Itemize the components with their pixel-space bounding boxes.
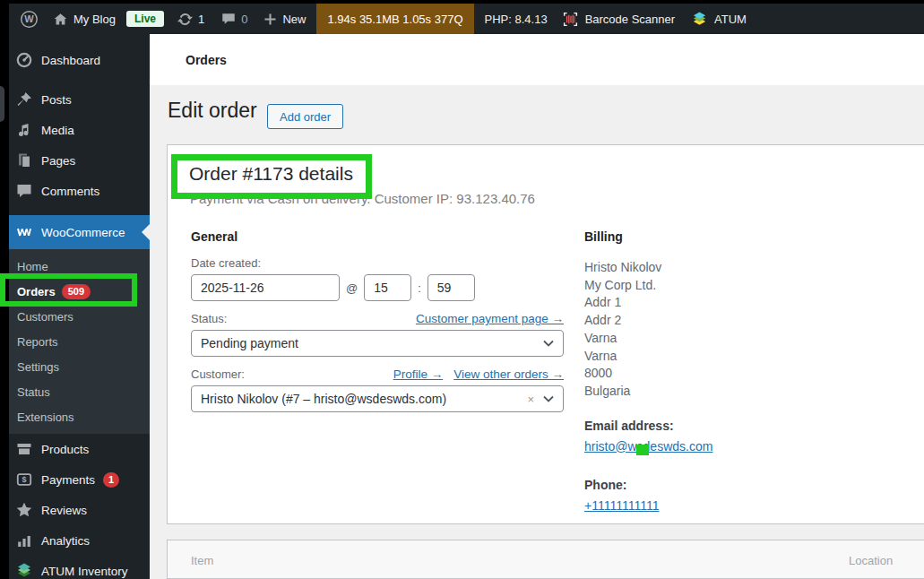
hour-input[interactable] (364, 274, 411, 301)
comment-bubble-icon (15, 182, 33, 200)
at-symbol: @ (340, 281, 364, 295)
annotation-box-order-title (171, 154, 372, 199)
phone-label: Phone: (584, 478, 862, 492)
view-other-orders-link[interactable]: View other orders → (453, 367, 564, 381)
date-created-input[interactable] (191, 274, 340, 301)
breadcrumb[interactable]: Orders (186, 53, 227, 67)
pushpin-icon (15, 91, 33, 108)
sidebar-subitem-extensions[interactable]: Extensions (9, 404, 150, 429)
bar-chart-icon (15, 531, 33, 549)
woocommerce-logo-icon (15, 223, 33, 241)
email-address-label: Email address: (584, 419, 862, 433)
general-heading: General (191, 226, 564, 244)
sidebar-item-pages[interactable]: Pages (9, 145, 150, 176)
php-version-label[interactable]: PHP: 8.4.13 (485, 13, 548, 26)
star-icon (15, 501, 33, 519)
order-items-panel: Item Location (167, 540, 924, 579)
new-menu-label[interactable]: New (282, 13, 306, 26)
time-colon: : (411, 281, 427, 295)
sidebar-item-products[interactable]: Products (9, 434, 150, 464)
sidebar-item-woocommerce[interactable]: WooCommerce (9, 215, 150, 249)
status-select[interactable]: Pending payment (191, 330, 564, 357)
minute-input[interactable] (427, 274, 475, 301)
updates-icon[interactable] (177, 11, 194, 28)
wp-admin-screen: W My Blog Live 1 0 New 1.94s 35.1MB 1.05… (0, 0, 924, 579)
item-column-header: Item (191, 540, 213, 579)
payments-dollar-icon: $ (15, 471, 33, 488)
annotation-square-email (636, 445, 649, 455)
sidebar-item-atum-inventory[interactable]: ATUM Inventory (9, 556, 150, 579)
customer-payment-page-link[interactable]: Customer payment page → (416, 312, 564, 325)
status-label: Status: (191, 312, 227, 325)
sidebar-subitem-customers[interactable]: Customers (9, 304, 150, 329)
comment-count[interactable]: 0 (241, 13, 247, 26)
atum-layers-icon[interactable] (691, 11, 708, 28)
location-column-header: Location (849, 540, 893, 579)
wc-admin-header: Orders (150, 34, 924, 85)
atum-bar-label[interactable]: ATUM (714, 13, 747, 26)
sidebar-item-comments[interactable]: Comments (9, 176, 150, 206)
order-details-panel: Order #1173 details Payment via Cash on … (167, 144, 924, 524)
sidebar-subitem-settings[interactable]: Settings (9, 354, 150, 379)
billing-address: Hristo Nikolov My Corp Ltd. Addr 1 Addr … (584, 259, 862, 401)
chevron-down-icon (543, 395, 554, 402)
barcode-scanner-label[interactable]: Barcode Scanner (585, 13, 675, 26)
sidebar-subitem-reports[interactable]: Reports (9, 329, 150, 354)
billing-column: Billing Hristo Nikolov My Corp Ltd. Addr… (584, 226, 862, 514)
profile-link[interactable]: Profile → (393, 367, 444, 381)
svg-text:W: W (24, 13, 34, 24)
clear-selection-icon[interactable]: × (527, 393, 534, 406)
products-box-icon (15, 440, 33, 458)
page-title: Edit order (168, 99, 257, 123)
edge-pill (0, 86, 4, 122)
sidebar-item-posts[interactable]: Posts (9, 84, 150, 115)
customer-label: Customer: (191, 367, 245, 381)
svg-text:$: $ (22, 475, 26, 484)
sidebar-item-payments[interactable]: $ Payments 1 (9, 464, 150, 495)
general-column: General Date created: @ : Status: Custom… (191, 226, 564, 412)
customer-select[interactable]: Hristo Nikolov (#7 – hristo@wsdeswds.com… (191, 385, 564, 412)
query-monitor-stats[interactable]: 1.94s 35.1MB 1.05s 377Q (316, 4, 473, 34)
live-badge[interactable]: Live (126, 11, 164, 27)
admin-bar: W My Blog Live 1 0 New 1.94s 35.1MB 1.05… (9, 4, 924, 34)
chevron-down-icon (543, 340, 554, 347)
wordpress-logo-icon[interactable]: W (20, 10, 39, 29)
admin-sidebar: Dashboard Posts Media Pages Comments (9, 34, 150, 579)
home-icon[interactable] (53, 12, 68, 27)
annotation-box-orders (0, 273, 137, 307)
barcode-scanner-icon[interactable] (562, 11, 579, 28)
plus-new-icon[interactable] (263, 13, 277, 26)
site-name-link[interactable]: My Blog (73, 13, 116, 26)
sidebar-item-analytics[interactable]: Analytics (9, 525, 150, 556)
update-count[interactable]: 1 (198, 13, 204, 26)
pages-icon (15, 151, 33, 169)
comments-bubble-icon[interactable] (220, 11, 237, 27)
phone-link[interactable]: +11111111111 (584, 498, 659, 513)
sidebar-item-reviews[interactable]: Reviews (9, 495, 150, 525)
atum-inventory-layers-icon (15, 562, 33, 579)
sidebar-item-media[interactable]: Media (9, 115, 150, 145)
billing-heading: Billing (584, 226, 862, 244)
dashboard-gauge-icon (15, 51, 33, 69)
sidebar-item-dashboard[interactable]: Dashboard (9, 45, 150, 75)
media-note-icon (15, 121, 33, 139)
date-created-label: Date created: (191, 256, 564, 270)
sidebar-subitem-status[interactable]: Status (9, 379, 150, 404)
payments-count-badge: 1 (103, 472, 119, 488)
add-order-button[interactable]: Add order (267, 104, 343, 129)
